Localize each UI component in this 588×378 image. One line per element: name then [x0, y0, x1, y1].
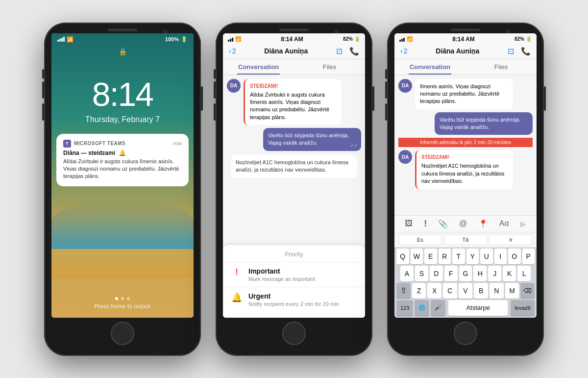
- phone-1: 📶 100% 🔋 🔒 8:14 Thursday, February 7 T M…: [44, 23, 201, 356]
- attach-icon-3[interactable]: 📎: [438, 219, 448, 228]
- priority-urgent[interactable]: 🔔 Urgent Notify recipient every 2 min fo…: [223, 287, 365, 312]
- mute-btn-3[interactable]: [385, 69, 387, 79]
- msg-text-2: Varētu būt sirpjeida šūnu anēmija. Vajag…: [268, 132, 349, 146]
- tab-conversation-2[interactable]: Conversation: [223, 59, 294, 75]
- location-icon-3[interactable]: 📍: [478, 219, 488, 228]
- key-d[interactable]: D: [430, 266, 443, 281]
- video-call-icon-3[interactable]: ⊡: [508, 47, 514, 56]
- mute-btn-2[interactable]: [214, 69, 216, 79]
- key-h[interactable]: H: [473, 266, 487, 281]
- key-l[interactable]: L: [517, 266, 531, 281]
- chat-tabs-3: Conversation Files: [394, 59, 537, 75]
- back-button-3[interactable]: ‹ 2: [400, 47, 407, 55]
- image-icon-3[interactable]: 🖼: [405, 219, 413, 228]
- key-b[interactable]: B: [474, 283, 488, 299]
- key-mic[interactable]: 🎤: [431, 300, 445, 316]
- msg-check-2: ✓✓: [350, 143, 358, 149]
- back-button-2[interactable]: ‹ 2: [229, 47, 236, 55]
- home-button-2[interactable]: [282, 322, 306, 345]
- key-o[interactable]: O: [508, 249, 521, 264]
- battery-icon: 🔋: [181, 36, 188, 43]
- suggestion-2-3[interactable]: Tā: [444, 234, 488, 245]
- battery-icon-2: 🔋: [354, 36, 360, 42]
- msg-row-2: Varētu būt sirpjeida šūnu anēmija. Vajag…: [227, 128, 361, 151]
- signal-icon-3: [399, 37, 405, 42]
- key-s[interactable]: S: [415, 266, 428, 281]
- status-right-3: 82% 🔋: [514, 36, 532, 42]
- key-a[interactable]: A: [400, 266, 414, 281]
- send-icon-3[interactable]: ▶: [520, 219, 526, 228]
- voice-call-icon-2[interactable]: 📞: [349, 47, 359, 56]
- home-button-3[interactable]: [454, 322, 477, 345]
- lock-status-bar: 📶 100% 🔋: [51, 33, 194, 44]
- priority-icon-3[interactable]: !: [424, 219, 427, 229]
- vol-down-btn[interactable]: [42, 103, 44, 121]
- key-globe[interactable]: 🌐: [415, 300, 429, 316]
- suggestion-3-3[interactable]: Ir: [489, 234, 533, 245]
- key-r[interactable]: R: [439, 249, 451, 264]
- key-x[interactable]: X: [427, 283, 441, 299]
- side-btn-3[interactable]: [544, 86, 546, 111]
- side-btn[interactable]: [201, 86, 203, 111]
- voice-call-icon-3[interactable]: 📞: [521, 47, 531, 56]
- chat-contact-name-2: Diāna Auniņa: [264, 47, 308, 55]
- key-w[interactable]: W: [411, 249, 423, 264]
- priority-important[interactable]: ! Important Mark message as important: [223, 262, 365, 287]
- video-call-icon-2[interactable]: ⊡: [336, 47, 343, 56]
- key-i[interactable]: I: [494, 249, 507, 264]
- key-v[interactable]: V: [459, 283, 473, 299]
- msg-plain-1: Nozīmējiet A1C hemoglobīna un cukura līm…: [231, 155, 357, 178]
- status-time-3: 8:14 AM: [452, 36, 475, 43]
- vol-down-btn-2[interactable]: [214, 103, 216, 121]
- key-j[interactable]: J: [488, 266, 501, 281]
- suggestion-1-3[interactable]: Es: [398, 234, 442, 245]
- side-btn-2[interactable]: [372, 86, 374, 111]
- chat-action-icons-3: ⊡ 📞: [508, 47, 531, 56]
- chat-nav-bar-2: ‹ 2 Diāna Auniņa ⊡ 📞: [223, 44, 365, 59]
- dot-2: [121, 297, 124, 300]
- phone-2-screen: 📶 8:14 AM 82% 🔋 ‹ 2 Diāna Auniņa ⊡ 📞: [223, 33, 365, 318]
- phone-speaker: [108, 28, 137, 31]
- msg-avatar-3-3: DA: [398, 150, 412, 164]
- lock-icon: 🔒: [119, 48, 127, 55]
- msg-text-3-3: Nozīmējiet A1C hemoglobīna un cukura līm…: [421, 163, 504, 184]
- key-u[interactable]: U: [480, 249, 493, 264]
- key-p[interactable]: P: [522, 249, 535, 264]
- home-button[interactable]: [111, 322, 134, 345]
- key-shift[interactable]: ⇧: [396, 283, 411, 299]
- tab-files-2[interactable]: Files: [294, 59, 365, 75]
- msg-avatar-3-1: DA: [398, 79, 412, 93]
- back-chevron-3: ‹: [400, 47, 403, 55]
- key-backspace[interactable]: ⌫: [520, 283, 535, 299]
- key-enter[interactable]: Ievadīt: [511, 300, 535, 316]
- phone-top-bar-2: [216, 23, 372, 31]
- vol-up-btn-2[interactable]: [214, 81, 216, 99]
- mention-icon-3[interactable]: @: [459, 219, 467, 228]
- key-y[interactable]: Y: [466, 249, 479, 264]
- tab-conversation-3[interactable]: Conversation: [394, 59, 466, 75]
- back-label-3: 2: [404, 47, 408, 55]
- key-123[interactable]: 123: [396, 300, 413, 316]
- key-q[interactable]: Q: [396, 249, 409, 264]
- vol-up-btn-3[interactable]: [385, 81, 387, 99]
- key-m[interactable]: M: [505, 283, 519, 299]
- back-label-2: 2: [232, 47, 236, 55]
- key-f[interactable]: F: [444, 266, 458, 281]
- key-g[interactable]: G: [459, 266, 472, 281]
- key-k[interactable]: K: [503, 266, 516, 281]
- key-n[interactable]: N: [490, 283, 504, 299]
- chat-status-bar-3: 📶 8:14 AM 82% 🔋: [394, 33, 537, 44]
- key-c[interactable]: C: [443, 283, 457, 299]
- signal-icon: [57, 37, 65, 42]
- key-e[interactable]: E: [424, 249, 437, 264]
- lock-notification[interactable]: T MICROSOFT TEAMS now Diāna — steidzami …: [56, 134, 189, 186]
- key-z[interactable]: Z: [412, 283, 426, 299]
- tab-files-3[interactable]: Files: [466, 59, 537, 75]
- vol-down-btn-3[interactable]: [385, 103, 387, 121]
- vol-up-btn[interactable]: [42, 81, 44, 99]
- chat-status-bar-2: 📶 8:14 AM 82% 🔋: [223, 33, 365, 44]
- mute-btn[interactable]: [42, 69, 44, 79]
- key-t[interactable]: T: [452, 249, 465, 264]
- key-space[interactable]: Atstarpe: [448, 300, 508, 316]
- format-icon-3[interactable]: Aα: [499, 219, 509, 228]
